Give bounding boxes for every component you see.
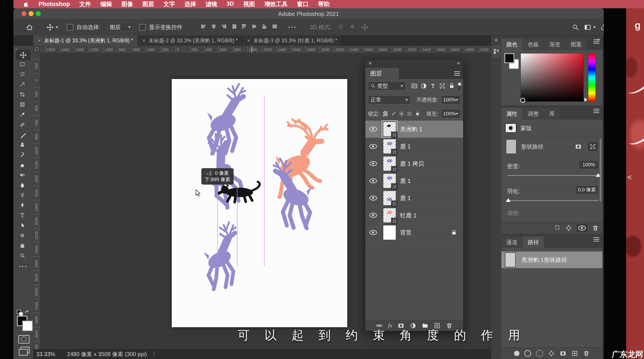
menu-item[interactable]: 增效工具 (264, 0, 288, 8)
feather-slider[interactable] (507, 200, 599, 201)
layer-name[interactable]: 背景 (400, 229, 412, 237)
history-panel-icon[interactable] (492, 45, 501, 58)
tool-dodge[interactable] (16, 191, 30, 201)
layer-name[interactable]: 鹿 1 拷贝 (400, 160, 424, 168)
tab-libraries[interactable]: 库 (544, 108, 560, 120)
feather-slider-handle[interactable] (506, 196, 511, 202)
close-icon[interactable]: × (247, 37, 250, 44)
color-picker-ring[interactable] (520, 98, 525, 103)
layer-visibility-toggle[interactable] (368, 127, 378, 132)
foreground-background-swatches[interactable] (17, 316, 32, 330)
layer-row[interactable]: 牡鹿 1 (366, 207, 463, 224)
distribute-h-icon[interactable] (232, 24, 239, 31)
feather-field[interactable]: 0.0 像素 (575, 185, 599, 194)
tool-eraser[interactable] (16, 161, 30, 171)
menu-item[interactable]: 视图 (243, 0, 255, 8)
layer-name[interactable]: 鹿 1 (400, 177, 411, 185)
tool-custom-shape[interactable] (16, 231, 30, 241)
auto-select-dropdown[interactable]: 图层 (107, 23, 133, 32)
tool-gradient[interactable] (16, 171, 30, 181)
guide-line[interactable] (237, 186, 238, 267)
fill-path-icon[interactable] (514, 351, 520, 356)
tab-patterns[interactable]: 图案 (566, 39, 587, 50)
document-canvas[interactable]: →|: 0 像素 下:895 像素 (172, 79, 347, 327)
background-color-swatch[interactable] (22, 321, 33, 331)
doc-tab-2[interactable]: × 未标题-2 @ 33.3% (美洲豹 1, RGB/8) * (138, 35, 242, 46)
tool-lasso[interactable] (16, 70, 30, 80)
menu-item[interactable]: 窗口 (297, 0, 308, 8)
density-slider[interactable] (507, 175, 599, 176)
filter-adjustment-icon[interactable] (420, 82, 427, 90)
menu-item[interactable]: 编辑 (100, 0, 112, 8)
layer-name[interactable]: 美洲豹 1 (400, 125, 422, 133)
chevron-down-icon[interactable] (593, 27, 596, 30)
align-top-icon[interactable] (241, 24, 248, 31)
deer-shape-purple-right[interactable] (262, 156, 320, 230)
tool-eyedropper[interactable] (16, 110, 30, 120)
menu-item[interactable]: 图像 (122, 0, 133, 8)
tab-properties[interactable]: 属性 (501, 108, 522, 120)
filter-lock-icon[interactable] (448, 82, 455, 90)
tool-path-select[interactable] (16, 221, 30, 231)
horizontal-ruler[interactable]: 1800160014001200100080060040020002004006… (40, 46, 491, 53)
panel-menu-icon[interactable] (594, 111, 599, 111)
path-thumbnail[interactable] (505, 252, 516, 267)
layer-thumbnail[interactable] (383, 225, 396, 240)
foreground-color-swatch[interactable] (504, 53, 514, 63)
tool-magic-wand[interactable] (16, 80, 30, 90)
menu-item[interactable]: 滤镜 (206, 0, 217, 8)
layer-visibility-toggle[interactable] (368, 230, 378, 235)
tool-rectangular-marquee[interactable] (16, 60, 30, 70)
lock-pixels-icon[interactable] (391, 111, 396, 117)
toolbar-more-icon[interactable]: ··· (16, 261, 30, 271)
layer-visibility-toggle[interactable] (368, 161, 378, 166)
vector-mask-button[interactable] (588, 142, 598, 152)
auto-select-checkbox[interactable] (67, 24, 73, 31)
path-as-selection-icon[interactable] (536, 350, 543, 357)
selection-to-path-icon[interactable] (548, 350, 555, 357)
layer-visibility-toggle[interactable] (368, 178, 378, 183)
close-icon[interactable]: × (38, 37, 41, 44)
layer-thumbnail[interactable] (383, 191, 396, 205)
collapse-icon[interactable]: « (457, 60, 460, 66)
layer-thumbnail[interactable] (383, 156, 396, 171)
layer-visibility-toggle[interactable] (368, 144, 378, 149)
tab-layers[interactable]: 图层 (366, 68, 399, 79)
add-mask-icon[interactable] (560, 350, 566, 357)
lock-artboard-icon[interactable] (407, 111, 412, 117)
tab-gradients[interactable]: 渐变 (544, 39, 565, 50)
collapse-icon[interactable]: « (491, 37, 501, 43)
layer-thumbnail[interactable] (383, 208, 396, 223)
edge-chevron[interactable]: < (628, 173, 632, 182)
delete-path-icon[interactable] (583, 350, 590, 357)
close-icon[interactable]: × (142, 37, 146, 44)
layer-thumbnail[interactable] (383, 173, 396, 188)
tool-blur[interactable] (16, 181, 30, 191)
workspace-layout-icon[interactable] (584, 24, 591, 31)
shape-path-thumbnail[interactable] (506, 139, 516, 154)
menu-item[interactable]: 选择 (184, 0, 196, 8)
layer-row[interactable]: 鹿 1 (366, 190, 463, 207)
share-icon[interactable] (600, 24, 604, 31)
tool-move[interactable] (16, 50, 30, 60)
filter-type-dropdown[interactable]: 类型 (368, 82, 406, 90)
filter-image-icon[interactable] (411, 82, 418, 90)
vertical-ruler[interactable]: 2000200400600800100012001400160018002000… (33, 53, 40, 349)
quick-mask-button[interactable] (18, 335, 30, 343)
apply-mask-icon[interactable] (565, 225, 572, 231)
layer-row[interactable]: 美洲豹 1 (366, 121, 463, 138)
more-options-icon[interactable]: ··· (288, 24, 297, 31)
distribute-v-icon[interactable] (272, 24, 279, 31)
menu-item[interactable]: 帮助 (318, 0, 330, 8)
path-row[interactable]: 美洲豹 1形状路径 (501, 252, 602, 268)
filter-frame-icon[interactable] (439, 82, 446, 90)
saturation-brightness-field[interactable] (520, 53, 584, 102)
tab-paths[interactable]: 路径 (523, 236, 544, 248)
apple-menu-icon[interactable] (23, 1, 29, 7)
panel-menu-icon[interactable] (454, 73, 460, 74)
layer-visibility-toggle[interactable] (368, 196, 378, 201)
align-right-icon[interactable] (222, 24, 228, 31)
lock-position-icon[interactable] (399, 111, 404, 117)
filter-toggle[interactable] (458, 82, 460, 90)
align-middle-v-icon[interactable] (251, 24, 258, 31)
